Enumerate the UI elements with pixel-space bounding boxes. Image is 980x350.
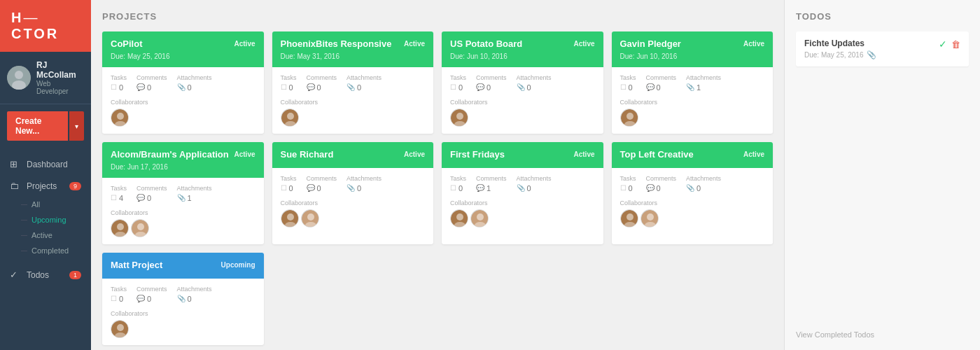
- card-body: Tasks ☐ 0 Comments 💬 0 Attachments: [272, 168, 434, 234]
- tasks-count: 0: [289, 83, 293, 92]
- card-title: Gavin Pledger: [620, 38, 681, 50]
- project-card-gavinpledger[interactable]: Gavin Pledger Due: Jun 10, 2016 Active T…: [612, 31, 774, 134]
- comments-count: 0: [147, 194, 151, 202]
- svg-point-28: [456, 214, 463, 220]
- collaborators-avatars: [111, 108, 255, 127]
- tasks-icon: ☐: [281, 184, 287, 192]
- comments-label: Comments: [476, 175, 507, 182]
- tasks-icon: ☐: [111, 83, 117, 91]
- collaborators-avatars: [111, 219, 255, 237]
- avatar: [7, 66, 31, 90]
- stat-attachments: Attachments 📎 0: [346, 74, 382, 92]
- card-due: Due: Jun 10, 2016: [620, 52, 681, 60]
- collaborator-avatar: [281, 209, 299, 227]
- create-new-dropdown-button[interactable]: ▾: [69, 111, 84, 141]
- dashboard-icon: ⊞: [10, 159, 21, 169]
- card-status: Active: [404, 40, 425, 48]
- comments-icon: 💬: [136, 295, 145, 302]
- collaborator-avatar: [640, 209, 659, 227]
- projects-label: Projects: [27, 181, 57, 191]
- comments-count: 0: [317, 83, 321, 92]
- tasks-count: 0: [119, 83, 123, 92]
- comments-label: Comments: [136, 185, 167, 192]
- project-card-firstfridays[interactable]: First Fridays Active Tasks ☐ 0 Comments …: [442, 142, 603, 244]
- comments-label: Comments: [136, 286, 167, 293]
- sidebar-item-active[interactable]: Active: [0, 227, 91, 243]
- collaborators-avatars: [620, 209, 765, 227]
- card-body: Tasks ☐ 4 Comments 💬 0 Attachments: [102, 178, 264, 244]
- tasks-label: Tasks: [450, 74, 466, 81]
- stat-attachments: Attachments 📎 0: [177, 74, 212, 92]
- logo: H—CTOR: [11, 10, 80, 42]
- create-button-area: Create New... ▾: [0, 104, 91, 148]
- card-status: Active: [404, 150, 425, 158]
- stat-comments: Comments 💬 0: [136, 286, 167, 303]
- active-label: Active: [31, 231, 52, 239]
- comments-icon: 💬: [307, 184, 315, 192]
- attachments-label: Attachments: [517, 74, 552, 81]
- project-card-uspotato[interactable]: US Potato Board Due: Jun 10, 2016 Active…: [442, 31, 603, 134]
- sidebar-item-projects[interactable]: 🗀 Projects 9: [0, 175, 91, 197]
- collaborators-avatars: [111, 320, 255, 338]
- todos-badge: 1: [69, 271, 81, 279]
- sidebar-item-completed[interactable]: Completed: [0, 243, 91, 258]
- tasks-label: Tasks: [111, 286, 127, 293]
- stat-attachments: Attachments 📎 0: [517, 175, 552, 192]
- project-card-alcom[interactable]: Alcom/Braum's Application Due: Jun 17, 2…: [102, 142, 264, 244]
- collaborators-avatars: [450, 209, 595, 227]
- project-card-topleft[interactable]: Top Left Creative Active Tasks ☐ 0 Comme…: [612, 142, 774, 244]
- svg-point-40: [117, 324, 124, 331]
- stat-attachments: Attachments 📎 0: [686, 175, 721, 192]
- collaborators-avatars: [281, 108, 426, 127]
- todo-complete-button[interactable]: ✓: [939, 38, 947, 50]
- svg-point-37: [647, 214, 654, 220]
- attachments-label: Attachments: [177, 185, 212, 192]
- projects-icon: 🗀: [10, 181, 21, 191]
- collaborators-label: Collaborators: [620, 200, 765, 206]
- card-body: Tasks ☐ 0 Comments 💬 0 Attachments: [272, 67, 434, 134]
- attachments-icon: 📎: [517, 83, 525, 91]
- project-card-copilot[interactable]: CoPilot Due: May 25, 2016 Active Tasks ☐…: [102, 31, 264, 134]
- create-new-button[interactable]: Create New...: [7, 111, 68, 141]
- todos-label: Todos: [27, 270, 49, 280]
- project-card-phoenixbites[interactable]: PhoenixBites Responsive Due: May 31, 201…: [272, 31, 434, 134]
- sidebar-item-all[interactable]: All: [0, 197, 91, 212]
- sidebar-item-todos[interactable]: ✓ Todos 1: [0, 264, 91, 286]
- card-status: Active: [573, 150, 594, 158]
- card-due: Due: Jun 17, 2016: [111, 163, 229, 171]
- sidebar-item-upcoming[interactable]: Upcoming: [0, 212, 91, 227]
- svg-point-10: [456, 113, 463, 120]
- card-status: Active: [573, 40, 594, 48]
- project-card-suerichard[interactable]: Sue Richard Active Tasks ☐ 0 Comments 💬: [272, 142, 434, 244]
- svg-point-1: [15, 71, 23, 79]
- collaborator-avatar: [301, 209, 319, 227]
- collaborators-label: Collaborators: [450, 200, 595, 206]
- card-status: Upcoming: [221, 261, 255, 269]
- collaborators-label: Collaborators: [450, 99, 595, 106]
- comments-label: Comments: [307, 74, 337, 81]
- tasks-icon: ☐: [450, 83, 456, 91]
- tasks-count: 4: [119, 194, 123, 202]
- tasks-count: 0: [458, 83, 463, 92]
- card-stats: Tasks ☐ 0 Comments 💬 0 Attachments: [281, 175, 426, 192]
- stat-attachments: Attachments 📎 0: [346, 175, 382, 192]
- view-completed-link[interactable]: View Completed Todos: [796, 325, 969, 339]
- comments-count: 0: [147, 295, 151, 303]
- comments-icon: 💬: [476, 184, 484, 192]
- todo-delete-button[interactable]: 🗑: [951, 39, 960, 50]
- collaborator-avatar: [281, 108, 299, 127]
- attachments-icon: 📎: [177, 194, 186, 202]
- card-status: Active: [743, 40, 764, 48]
- svg-point-4: [117, 113, 124, 120]
- comments-count: 1: [486, 184, 491, 192]
- tasks-count: 0: [119, 295, 123, 303]
- sidebar-item-dashboard[interactable]: ⊞ Dashboard: [0, 153, 91, 175]
- project-card-mattproject[interactable]: Matt Project Upcoming Tasks ☐ 0 Comments…: [102, 253, 264, 345]
- tasks-label: Tasks: [450, 175, 466, 182]
- stat-tasks: Tasks ☐ 0: [281, 175, 297, 192]
- comments-icon: 💬: [476, 83, 484, 91]
- card-body: Tasks ☐ 0 Comments 💬 1 Attachments: [442, 168, 603, 234]
- stat-attachments: Attachments 📎 1: [177, 185, 212, 202]
- stat-tasks: Tasks ☐ 0: [111, 74, 127, 92]
- comments-label: Comments: [476, 74, 507, 81]
